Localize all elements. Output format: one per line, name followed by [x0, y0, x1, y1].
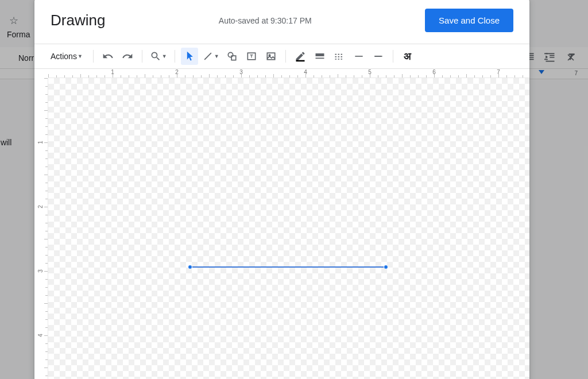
textbox-icon: [246, 51, 257, 62]
svg-point-0: [228, 52, 233, 57]
separator: [393, 50, 393, 63]
shape-tool-button[interactable]: [223, 48, 241, 65]
svg-rect-3: [267, 53, 274, 60]
actions-label: Actions: [51, 52, 77, 61]
line-handle-start[interactable]: [188, 265, 192, 269]
vertical-ruler: 1234: [34, 78, 48, 379]
drawing-dialog: Drawing Auto-saved at 9:30:17 PM Save an…: [34, 0, 529, 379]
line-end-icon: [373, 51, 384, 62]
separator: [285, 50, 286, 63]
line-tool-button[interactable]: ▼: [200, 48, 221, 65]
line-color-button[interactable]: [292, 48, 309, 65]
input-tools-button[interactable]: अ: [399, 48, 416, 65]
undo-icon: [102, 51, 114, 62]
indic-icon: अ: [404, 51, 411, 63]
zoom-button[interactable]: ▼: [148, 48, 169, 65]
undo-button[interactable]: [99, 48, 117, 65]
image-tool-button[interactable]: [262, 48, 280, 65]
redo-button[interactable]: [119, 48, 136, 65]
svg-rect-5: [296, 60, 304, 62]
horizontal-ruler: // ticks populated below in main script …: [48, 69, 529, 78]
canvas-area: 1234: [34, 78, 529, 379]
separator: [175, 50, 175, 63]
line-weight-icon: [314, 51, 326, 62]
chevron-down-icon: ▼: [78, 53, 83, 59]
separator: [142, 50, 142, 63]
pencil-icon: [295, 51, 306, 62]
line-weight-button[interactable]: [311, 48, 328, 65]
dialog-header: Drawing Auto-saved at 9:30:17 PM Save an…: [34, 0, 529, 44]
line-end-button[interactable]: [370, 48, 387, 65]
line-icon: [202, 51, 214, 62]
line-dash-button[interactable]: [331, 48, 348, 65]
line-shape[interactable]: [190, 266, 386, 268]
line-handle-end[interactable]: [384, 265, 388, 269]
redo-icon: [122, 51, 133, 62]
save-and-close-button[interactable]: Save and Close: [425, 9, 513, 32]
drawing-toolbar: Actions ▼ ▼ ▼: [34, 44, 529, 69]
shape-icon: [226, 51, 238, 62]
line-start-button[interactable]: [350, 48, 368, 65]
line-start-icon: [353, 51, 365, 62]
image-icon: [265, 51, 277, 62]
line-dash-icon: [334, 51, 345, 62]
dialog-title: Drawing: [51, 11, 105, 29]
actions-menu[interactable]: Actions ▼: [46, 48, 87, 65]
cursor-icon: [184, 51, 195, 62]
autosave-status: Auto-saved at 9:30:17 PM: [114, 16, 416, 25]
chevron-down-icon: ▼: [214, 53, 219, 59]
select-tool-button[interactable]: [181, 48, 198, 65]
chevron-down-icon: ▼: [162, 53, 167, 59]
zoom-icon: [150, 51, 161, 62]
drawing-canvas[interactable]: [48, 78, 529, 379]
separator: [93, 50, 94, 63]
textbox-tool-button[interactable]: [243, 48, 260, 65]
